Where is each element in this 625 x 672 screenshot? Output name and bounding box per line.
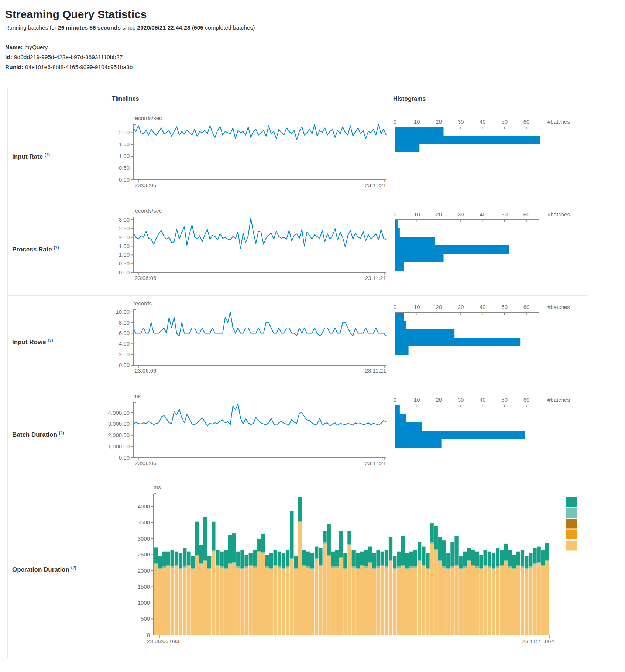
start-time: 2020/05/21 22:44:28 <box>137 24 190 31</box>
id-label: Id: <box>5 54 12 60</box>
header-histograms: Histograms <box>389 88 588 110</box>
running-duration: 26 minutes 56 seconds <box>58 24 121 31</box>
svg-text:23:06:06: 23:06:06 <box>135 460 156 466</box>
svg-text:50: 50 <box>501 119 508 125</box>
batch-duration-timeline-chart: ms4,000.003,000.002,000.001,000.000.0023… <box>108 388 389 481</box>
svg-text:4000: 4000 <box>138 503 150 510</box>
svg-text:40: 40 <box>480 397 486 403</box>
svg-text:2,000.00: 2,000.00 <box>108 432 130 438</box>
svg-text:8.00: 8.00 <box>119 319 130 326</box>
svg-text:30: 30 <box>458 119 464 125</box>
svg-text:ms: ms <box>154 484 161 490</box>
svg-text:23:11:21: 23:11:21 <box>365 275 386 281</box>
table-row: Process Rate (?) records/sec3.002.502.00… <box>8 203 588 296</box>
svg-text:40: 40 <box>480 119 486 125</box>
operation-duration-chart: ms4000350030002500200015001000500023:06:… <box>108 481 588 658</box>
svg-text:30: 30 <box>458 304 464 310</box>
running-prefix: Running batches for <box>5 24 58 31</box>
header-empty-cell <box>8 88 108 110</box>
help-icon[interactable]: (?) <box>71 565 76 570</box>
svg-text:0: 0 <box>394 211 396 217</box>
paren-open: ( <box>190 24 194 31</box>
svg-text:10: 10 <box>414 119 420 125</box>
svg-text:2.00: 2.00 <box>119 129 130 136</box>
query-name-line: Name:myQuery <box>5 42 625 52</box>
svg-text:60: 60 <box>523 211 530 217</box>
svg-text:23:11:21: 23:11:21 <box>365 182 386 188</box>
input-rate-timeline-chart: records/sec2.001.501.000.500.0023:06:062… <box>108 110 389 203</box>
svg-text:23:11:21.864: 23:11:21.864 <box>522 638 554 644</box>
svg-text:60: 60 <box>523 397 530 403</box>
statistics-table: Timelines Histograms Input Rate (?) reco… <box>7 88 588 658</box>
table-row: Input Rows (?) records10.008.006.004.002… <box>8 296 588 388</box>
svg-text:0.00: 0.00 <box>119 176 130 183</box>
query-id-line: Id:9d0dd219-995d-423e-b97d-36931110bb27 <box>5 52 625 62</box>
row-label-operation-duration: Operation Duration (?) <box>8 481 108 658</box>
svg-text:4.00: 4.00 <box>119 340 130 347</box>
page-title: Streaming Query Statistics <box>5 8 625 21</box>
svg-text:10: 10 <box>414 304 420 310</box>
help-icon[interactable]: (?) <box>59 431 64 435</box>
svg-text:10: 10 <box>414 211 420 217</box>
svg-text:10: 10 <box>414 397 420 403</box>
svg-text:23:06:06.093: 23:06:06.093 <box>147 638 179 644</box>
svg-text:1000: 1000 <box>138 600 150 606</box>
help-icon[interactable]: (?) <box>45 152 50 157</box>
svg-text:40: 40 <box>480 304 486 310</box>
legend-swatch <box>566 497 577 507</box>
legend-swatch <box>566 508 577 518</box>
svg-text:23:06:06: 23:06:06 <box>135 182 156 188</box>
svg-text:3.00: 3.00 <box>119 216 130 223</box>
query-runid: 04e101e6-8bf8-4165-9099-9104c951ba3b <box>25 64 133 70</box>
input-rate-histogram-chart: 0102030405060#batches <box>389 110 588 203</box>
since-label: since <box>121 24 137 31</box>
svg-text:3500: 3500 <box>138 519 150 525</box>
svg-text:40: 40 <box>480 211 486 217</box>
svg-text:50: 50 <box>501 304 508 310</box>
input-rows-timeline-chart: records10.008.006.004.002.000.0023:06:06… <box>108 296 389 388</box>
table-row: Batch Duration (?) ms4,000.003,000.002,0… <box>8 388 588 481</box>
svg-text:50: 50 <box>501 211 508 217</box>
svg-text:6.00: 6.00 <box>119 330 130 336</box>
svg-text:20: 20 <box>436 304 442 310</box>
name-label: Name: <box>5 44 23 50</box>
svg-text:2.00: 2.00 <box>119 234 130 240</box>
svg-text:0: 0 <box>394 304 396 310</box>
header-timelines: Timelines <box>108 88 389 110</box>
svg-text:#batches: #batches <box>547 304 570 310</box>
svg-text:1.50: 1.50 <box>119 141 130 147</box>
svg-text:1,000.00: 1,000.00 <box>108 443 130 449</box>
svg-text:10.00: 10.00 <box>116 309 130 315</box>
help-icon[interactable]: (?) <box>48 338 53 342</box>
svg-text:2.00: 2.00 <box>119 351 130 357</box>
table-header-row: Timelines Histograms <box>8 88 588 110</box>
svg-text:0: 0 <box>147 632 150 638</box>
svg-text:0.00: 0.00 <box>119 362 130 368</box>
completed-suffix: completed batches) <box>203 24 255 31</box>
help-icon[interactable]: (?) <box>54 245 59 250</box>
svg-text:23:11:21: 23:11:21 <box>365 367 386 374</box>
svg-text:50: 50 <box>501 397 508 403</box>
svg-text:0: 0 <box>394 397 396 403</box>
svg-text:#batches: #batches <box>547 397 570 403</box>
svg-text:0.00: 0.00 <box>119 455 130 461</box>
svg-text:2000: 2000 <box>138 568 150 574</box>
row-label-input-rate: Input Rate (?) <box>8 110 108 203</box>
legend-swatch <box>566 519 577 529</box>
svg-text:1.00: 1.00 <box>119 153 130 159</box>
svg-text:1.00: 1.00 <box>119 251 130 258</box>
svg-text:#batches: #batches <box>547 119 570 125</box>
process-rate-timeline-chart: records/sec3.002.502.001.501.000.500.002… <box>108 203 389 295</box>
svg-text:0.50: 0.50 <box>119 260 130 267</box>
svg-text:3,000.00: 3,000.00 <box>108 421 130 427</box>
svg-text:2500: 2500 <box>138 551 150 558</box>
svg-text:30: 30 <box>458 211 464 217</box>
query-info: Name:myQuery Id:9d0dd219-995d-423e-b97d-… <box>5 42 625 72</box>
svg-text:20: 20 <box>436 397 442 403</box>
svg-text:1500: 1500 <box>138 583 150 590</box>
svg-text:ms: ms <box>133 393 141 399</box>
query-runid-line: RunId:04e101e6-8bf8-4165-9099-9104c951ba… <box>5 62 625 72</box>
row-label-batch-duration: Batch Duration (?) <box>8 388 108 481</box>
legend-swatch <box>566 530 577 540</box>
batch-duration-histogram-chart: 0102030405060#batches <box>389 388 588 481</box>
